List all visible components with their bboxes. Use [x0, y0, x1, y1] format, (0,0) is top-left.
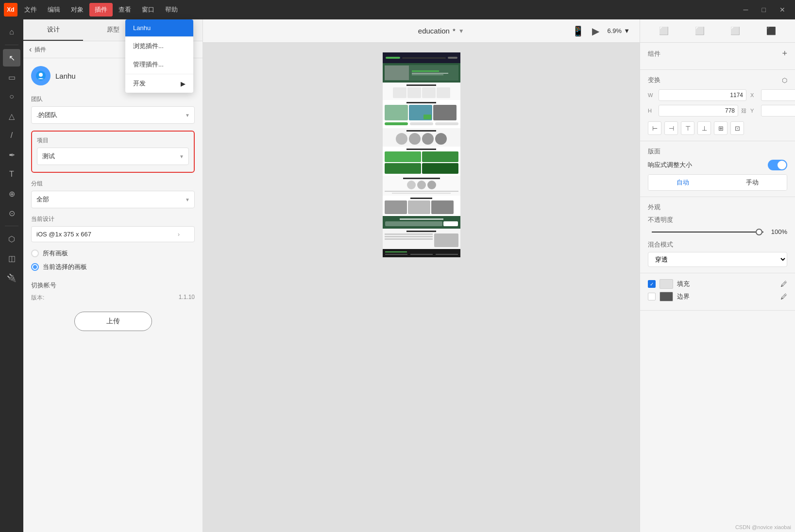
align-bottom-btn[interactable]: ⊡ — [730, 121, 744, 135]
opacity-slider[interactable] — [652, 232, 763, 233]
plugin-dropdown-menu: Lanhu 浏览插件... 管理插件... 开发 ▶ — [125, 19, 193, 93]
menu-edit[interactable]: 编辑 — [43, 3, 65, 16]
upload-button[interactable]: 上传 — [74, 312, 152, 331]
border-checkbox[interactable] — [648, 293, 656, 300]
restore-button[interactable]: □ — [758, 4, 770, 16]
line-tool[interactable]: / — [3, 127, 20, 144]
plugin-header-title: 插件 — [34, 46, 46, 54]
transform-3d-icon[interactable]: ⬡ — [782, 77, 787, 84]
responsive-label: 响应式调整大小 — [648, 161, 692, 169]
appearance-section: 外观 不透明度 100% 混合模式 穿透 — [640, 197, 795, 273]
align-right-btn[interactable]: ⊤ — [681, 121, 694, 135]
responsive-toggle[interactable] — [768, 160, 787, 170]
dropdown-item-dev[interactable]: 开发 ▶ — [125, 74, 193, 93]
select-tool[interactable]: ↖ — [3, 49, 20, 66]
opacity-slider-thumb[interactable] — [756, 229, 762, 235]
y-input[interactable] — [761, 105, 795, 116]
project-label: 项目 — [37, 136, 189, 145]
auto-btn[interactable]: 自动 — [648, 175, 718, 190]
fill-color-swatch[interactable] — [660, 279, 673, 289]
play-button[interactable]: ▶ — [592, 25, 599, 37]
mobile-preview-icon[interactable]: 📱 — [572, 25, 584, 37]
dropdown-item-manage[interactable]: 管理插件... — [125, 55, 193, 74]
align-top-btn[interactable]: ⊥ — [697, 121, 711, 135]
blend-select[interactable]: 穿透 — [648, 252, 787, 267]
project-dropdown-wrapper: 测试 ▼ — [37, 148, 189, 165]
canvas-header: education * ▼ 📱 ▶ 6.9% ▼ — [203, 19, 640, 43]
rectangle-tool[interactable]: ▭ — [3, 68, 20, 86]
preview-contact — [383, 229, 460, 249]
dropdown-item-lanhu[interactable]: Lanhu — [125, 19, 193, 36]
version-row: 版本: 1.1.10 — [31, 294, 195, 302]
border-color-swatch[interactable] — [660, 292, 673, 301]
component-label: 组件 — [648, 50, 660, 58]
align-right-icon[interactable]: ⬜ — [727, 24, 744, 37]
home-tool[interactable]: ⌂ — [3, 23, 20, 41]
auto-manual-buttons: 自动 手动 — [648, 174, 787, 191]
back-icon[interactable]: ‹ — [29, 45, 32, 54]
group-dropdown-wrapper: 全部 ▼ — [31, 191, 195, 208]
project-dropdown[interactable]: 测试 — [37, 148, 189, 165]
zoom-dropdown-icon[interactable]: ▼ — [624, 27, 630, 34]
title-bar-right: ─ □ ✕ — [740, 4, 795, 16]
menu-file[interactable]: 文件 — [19, 3, 42, 16]
switch-account[interactable]: 切换帐号 — [31, 281, 195, 290]
align-left-btn[interactable]: ⊢ — [648, 121, 661, 135]
fill-checkbox[interactable]: ✓ — [648, 280, 656, 288]
menu-object[interactable]: 对象 — [66, 3, 88, 16]
align-distribute-icon[interactable]: ⬛ — [762, 24, 780, 37]
align-left-icon[interactable]: ⬜ — [655, 24, 673, 37]
team-dropdown[interactable]: .的团队 — [31, 106, 195, 124]
menu-window[interactable]: 窗口 — [137, 3, 159, 16]
align-center-h-btn[interactable]: ⊣ — [664, 121, 678, 135]
preview-courses — [383, 100, 460, 128]
border-eyedropper-icon[interactable]: 🖉 — [780, 293, 787, 300]
width-input[interactable] — [659, 89, 746, 101]
menu-view[interactable]: 查看 — [114, 3, 136, 16]
radio-current-label: 当前选择的画板 — [43, 263, 87, 271]
radio-current-circle — [31, 263, 39, 271]
current-design-field[interactable]: iOS @1x 375 x 667 › — [31, 226, 195, 242]
preview-testimonial — [383, 176, 460, 196]
layers-tool[interactable]: ◫ — [3, 249, 20, 267]
component-add-icon[interactable]: + — [782, 49, 787, 59]
text-tool[interactable]: T — [3, 166, 20, 183]
tool-separator — [5, 45, 18, 45]
transform-section: 变换 ⬡ W X ↻ 0° H ⛓ — [640, 70, 795, 141]
radio-current-artboard[interactable]: 当前选择的画板 — [31, 263, 195, 271]
canvas-title-dropdown-icon[interactable]: ▼ — [458, 28, 464, 34]
menu-plugin[interactable]: 插件 — [89, 3, 113, 17]
plugin-content: Lanhu 团队 .的团队 ▼ 项目 测试 ▼ 分组 全部 ▼ — [23, 58, 203, 532]
group-dropdown[interactable]: 全部 — [31, 191, 195, 208]
radio-all-artboards[interactable]: 所有画板 — [31, 249, 195, 258]
menu-help[interactable]: 帮助 — [160, 3, 183, 16]
prototype-tool[interactable]: ⬡ — [3, 230, 20, 248]
circle-tool[interactable]: ○ — [3, 88, 20, 105]
zoom-display: 6.9% ▼ — [607, 27, 630, 34]
align-center-icon[interactable]: ⬜ — [691, 24, 709, 37]
minimize-button[interactable]: ─ — [740, 4, 752, 16]
height-input[interactable] — [659, 105, 738, 116]
component-title: 组件 + — [648, 49, 787, 59]
team-label: 团队 — [31, 95, 195, 103]
search-tool[interactable]: ⊙ — [3, 204, 20, 222]
lanhu-name: Lanhu — [55, 72, 76, 80]
toggle-knob — [778, 161, 786, 169]
fill-eyedropper-icon[interactable]: 🖉 — [780, 280, 787, 288]
border-label: 边界 — [677, 292, 777, 301]
canvas-content[interactable] — [203, 43, 640, 532]
team-dropdown-wrapper: .的团队 ▼ — [31, 106, 195, 124]
manual-btn[interactable]: 手动 — [718, 175, 787, 190]
triangle-tool[interactable]: △ — [3, 107, 20, 125]
align-center-v-btn[interactable]: ⊞ — [714, 121, 727, 135]
link-icon[interactable]: ⛓ — [741, 108, 746, 114]
tab-design[interactable]: 设计 — [23, 19, 83, 41]
pen-tool[interactable]: ✒ — [3, 146, 20, 164]
plugins-tool[interactable]: 🔌 — [3, 269, 20, 286]
dropdown-item-browse[interactable]: 浏览插件... — [125, 37, 193, 55]
preview-nav — [383, 52, 460, 63]
project-section: 项目 测试 ▼ — [31, 131, 195, 173]
close-button[interactable]: ✕ — [776, 4, 789, 16]
x-input[interactable] — [761, 89, 795, 101]
component-tool[interactable]: ⊕ — [3, 185, 20, 202]
